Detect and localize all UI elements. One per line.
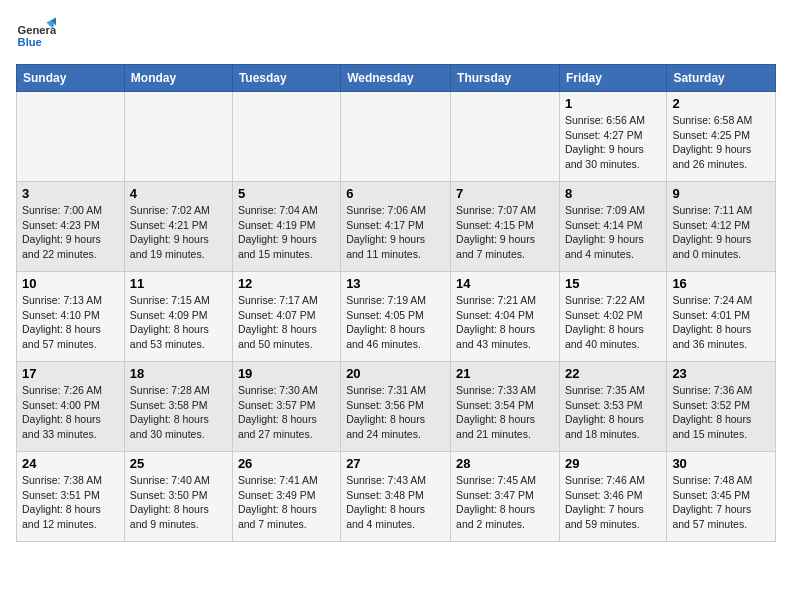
day-info: Sunrise: 7:28 AM Sunset: 3:58 PM Dayligh… <box>130 383 227 442</box>
calendar-cell: 17Sunrise: 7:26 AM Sunset: 4:00 PM Dayli… <box>17 362 125 452</box>
calendar-week-4: 17Sunrise: 7:26 AM Sunset: 4:00 PM Dayli… <box>17 362 776 452</box>
day-info: Sunrise: 7:17 AM Sunset: 4:07 PM Dayligh… <box>238 293 335 352</box>
day-number: 6 <box>346 186 445 201</box>
column-header-wednesday: Wednesday <box>341 65 451 92</box>
day-info: Sunrise: 7:00 AM Sunset: 4:23 PM Dayligh… <box>22 203 119 262</box>
day-info: Sunrise: 6:56 AM Sunset: 4:27 PM Dayligh… <box>565 113 661 172</box>
day-number: 9 <box>672 186 770 201</box>
calendar-cell: 6Sunrise: 7:06 AM Sunset: 4:17 PM Daylig… <box>341 182 451 272</box>
calendar-week-5: 24Sunrise: 7:38 AM Sunset: 3:51 PM Dayli… <box>17 452 776 542</box>
day-info: Sunrise: 7:33 AM Sunset: 3:54 PM Dayligh… <box>456 383 554 442</box>
day-info: Sunrise: 7:26 AM Sunset: 4:00 PM Dayligh… <box>22 383 119 442</box>
column-header-tuesday: Tuesday <box>232 65 340 92</box>
day-number: 23 <box>672 366 770 381</box>
day-number: 2 <box>672 96 770 111</box>
day-number: 26 <box>238 456 335 471</box>
day-number: 20 <box>346 366 445 381</box>
day-number: 14 <box>456 276 554 291</box>
calendar-cell: 11Sunrise: 7:15 AM Sunset: 4:09 PM Dayli… <box>124 272 232 362</box>
calendar-cell: 14Sunrise: 7:21 AM Sunset: 4:04 PM Dayli… <box>451 272 560 362</box>
day-number: 25 <box>130 456 227 471</box>
day-number: 3 <box>22 186 119 201</box>
logo: General Blue <box>16 16 60 56</box>
page-header: General Blue <box>16 16 776 56</box>
day-number: 4 <box>130 186 227 201</box>
day-number: 18 <box>130 366 227 381</box>
calendar-cell: 24Sunrise: 7:38 AM Sunset: 3:51 PM Dayli… <box>17 452 125 542</box>
calendar-cell: 18Sunrise: 7:28 AM Sunset: 3:58 PM Dayli… <box>124 362 232 452</box>
day-number: 8 <box>565 186 661 201</box>
day-info: Sunrise: 7:31 AM Sunset: 3:56 PM Dayligh… <box>346 383 445 442</box>
day-number: 27 <box>346 456 445 471</box>
calendar-cell: 13Sunrise: 7:19 AM Sunset: 4:05 PM Dayli… <box>341 272 451 362</box>
calendar-cell: 16Sunrise: 7:24 AM Sunset: 4:01 PM Dayli… <box>667 272 776 362</box>
day-number: 21 <box>456 366 554 381</box>
day-info: Sunrise: 7:11 AM Sunset: 4:12 PM Dayligh… <box>672 203 770 262</box>
day-number: 12 <box>238 276 335 291</box>
column-header-friday: Friday <box>559 65 666 92</box>
day-info: Sunrise: 7:06 AM Sunset: 4:17 PM Dayligh… <box>346 203 445 262</box>
calendar-cell: 22Sunrise: 7:35 AM Sunset: 3:53 PM Dayli… <box>559 362 666 452</box>
calendar-cell: 8Sunrise: 7:09 AM Sunset: 4:14 PM Daylig… <box>559 182 666 272</box>
column-header-sunday: Sunday <box>17 65 125 92</box>
calendar-cell: 29Sunrise: 7:46 AM Sunset: 3:46 PM Dayli… <box>559 452 666 542</box>
calendar-cell <box>451 92 560 182</box>
day-info: Sunrise: 7:22 AM Sunset: 4:02 PM Dayligh… <box>565 293 661 352</box>
calendar-cell: 1Sunrise: 6:56 AM Sunset: 4:27 PM Daylig… <box>559 92 666 182</box>
calendar-cell: 20Sunrise: 7:31 AM Sunset: 3:56 PM Dayli… <box>341 362 451 452</box>
calendar-cell <box>232 92 340 182</box>
day-info: Sunrise: 7:04 AM Sunset: 4:19 PM Dayligh… <box>238 203 335 262</box>
day-info: Sunrise: 7:38 AM Sunset: 3:51 PM Dayligh… <box>22 473 119 532</box>
day-number: 19 <box>238 366 335 381</box>
day-number: 1 <box>565 96 661 111</box>
day-number: 22 <box>565 366 661 381</box>
calendar-cell: 28Sunrise: 7:45 AM Sunset: 3:47 PM Dayli… <box>451 452 560 542</box>
calendar-week-1: 1Sunrise: 6:56 AM Sunset: 4:27 PM Daylig… <box>17 92 776 182</box>
day-number: 13 <box>346 276 445 291</box>
calendar-week-3: 10Sunrise: 7:13 AM Sunset: 4:10 PM Dayli… <box>17 272 776 362</box>
day-info: Sunrise: 7:24 AM Sunset: 4:01 PM Dayligh… <box>672 293 770 352</box>
calendar-cell: 2Sunrise: 6:58 AM Sunset: 4:25 PM Daylig… <box>667 92 776 182</box>
day-info: Sunrise: 7:41 AM Sunset: 3:49 PM Dayligh… <box>238 473 335 532</box>
calendar-cell <box>17 92 125 182</box>
day-info: Sunrise: 7:36 AM Sunset: 3:52 PM Dayligh… <box>672 383 770 442</box>
day-info: Sunrise: 7:21 AM Sunset: 4:04 PM Dayligh… <box>456 293 554 352</box>
day-info: Sunrise: 7:43 AM Sunset: 3:48 PM Dayligh… <box>346 473 445 532</box>
day-number: 7 <box>456 186 554 201</box>
day-number: 11 <box>130 276 227 291</box>
logo-icon: General Blue <box>16 16 56 56</box>
day-number: 17 <box>22 366 119 381</box>
calendar-cell: 26Sunrise: 7:41 AM Sunset: 3:49 PM Dayli… <box>232 452 340 542</box>
calendar-cell: 3Sunrise: 7:00 AM Sunset: 4:23 PM Daylig… <box>17 182 125 272</box>
calendar-cell: 27Sunrise: 7:43 AM Sunset: 3:48 PM Dayli… <box>341 452 451 542</box>
column-header-monday: Monday <box>124 65 232 92</box>
calendar-cell <box>124 92 232 182</box>
day-number: 15 <box>565 276 661 291</box>
day-number: 28 <box>456 456 554 471</box>
day-info: Sunrise: 7:02 AM Sunset: 4:21 PM Dayligh… <box>130 203 227 262</box>
calendar-cell: 4Sunrise: 7:02 AM Sunset: 4:21 PM Daylig… <box>124 182 232 272</box>
day-info: Sunrise: 7:46 AM Sunset: 3:46 PM Dayligh… <box>565 473 661 532</box>
day-info: Sunrise: 7:30 AM Sunset: 3:57 PM Dayligh… <box>238 383 335 442</box>
calendar-cell: 30Sunrise: 7:48 AM Sunset: 3:45 PM Dayli… <box>667 452 776 542</box>
day-number: 5 <box>238 186 335 201</box>
day-info: Sunrise: 7:40 AM Sunset: 3:50 PM Dayligh… <box>130 473 227 532</box>
calendar-week-2: 3Sunrise: 7:00 AM Sunset: 4:23 PM Daylig… <box>17 182 776 272</box>
svg-text:Blue: Blue <box>18 36 42 48</box>
day-number: 10 <box>22 276 119 291</box>
day-info: Sunrise: 7:15 AM Sunset: 4:09 PM Dayligh… <box>130 293 227 352</box>
calendar-cell: 15Sunrise: 7:22 AM Sunset: 4:02 PM Dayli… <box>559 272 666 362</box>
calendar-header: SundayMondayTuesdayWednesdayThursdayFrid… <box>17 65 776 92</box>
day-info: Sunrise: 7:19 AM Sunset: 4:05 PM Dayligh… <box>346 293 445 352</box>
day-number: 24 <box>22 456 119 471</box>
day-info: Sunrise: 7:35 AM Sunset: 3:53 PM Dayligh… <box>565 383 661 442</box>
column-header-thursday: Thursday <box>451 65 560 92</box>
column-header-saturday: Saturday <box>667 65 776 92</box>
calendar-cell: 7Sunrise: 7:07 AM Sunset: 4:15 PM Daylig… <box>451 182 560 272</box>
calendar-cell: 21Sunrise: 7:33 AM Sunset: 3:54 PM Dayli… <box>451 362 560 452</box>
day-info: Sunrise: 6:58 AM Sunset: 4:25 PM Dayligh… <box>672 113 770 172</box>
calendar-cell: 12Sunrise: 7:17 AM Sunset: 4:07 PM Dayli… <box>232 272 340 362</box>
calendar-cell: 10Sunrise: 7:13 AM Sunset: 4:10 PM Dayli… <box>17 272 125 362</box>
day-number: 16 <box>672 276 770 291</box>
calendar-table: SundayMondayTuesdayWednesdayThursdayFrid… <box>16 64 776 542</box>
